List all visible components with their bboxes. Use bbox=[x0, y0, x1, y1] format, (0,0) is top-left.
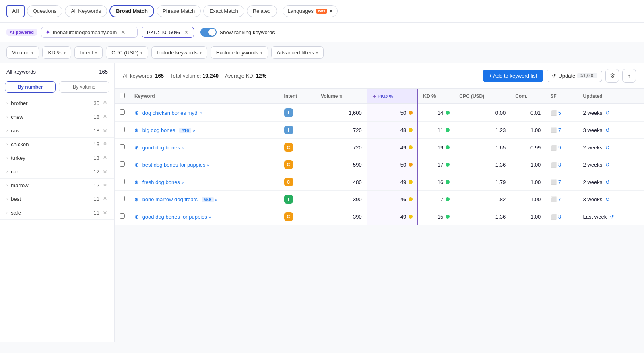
refresh-icon[interactable]: ↺ bbox=[605, 196, 610, 202]
tab-all[interactable]: All bbox=[6, 5, 25, 17]
keyword-link[interactable]: best dog bones for puppies bbox=[142, 162, 206, 168]
tab-all-keywords[interactable]: All Keywords bbox=[65, 5, 107, 17]
refresh-icon[interactable]: ↺ bbox=[605, 179, 610, 185]
sf-link[interactable]: 9 bbox=[558, 145, 561, 151]
sidebar-item[interactable]: › best 11 👁 bbox=[0, 192, 114, 206]
intent-cell: T bbox=[279, 191, 316, 208]
sf-link[interactable]: 7 bbox=[558, 197, 561, 202]
expand-icon: › bbox=[6, 128, 8, 133]
sidebar-item[interactable]: › marrow 12 👁 bbox=[0, 179, 114, 192]
visibility-icon[interactable]: 👁 bbox=[103, 169, 108, 175]
keyword-link[interactable]: fresh dog bones bbox=[142, 179, 180, 185]
exclude-keywords-button[interactable]: Exclude keywords ▾ bbox=[211, 46, 268, 59]
table-row: ⊕ good dog bones for puppies » C 390 49 … bbox=[115, 208, 644, 225]
visibility-icon[interactable]: 👁 bbox=[103, 155, 108, 161]
add-icon[interactable]: ⊕ bbox=[134, 162, 139, 168]
cpc-filter-button[interactable]: CPC (USD) ▾ bbox=[106, 46, 148, 59]
sparkle-icon: ✦ bbox=[45, 29, 50, 35]
tab-exact-match[interactable]: Exact Match bbox=[203, 5, 244, 17]
sort-icon[interactable]: ⇅ bbox=[339, 94, 343, 99]
sidebar-item[interactable]: › turkey 13 👁 bbox=[0, 151, 114, 165]
sidebar-item[interactable]: › chew 18 👁 bbox=[0, 110, 114, 124]
external-link-icon[interactable]: » bbox=[200, 111, 202, 116]
intent-badge: C bbox=[284, 143, 293, 152]
sidebar-item[interactable]: › raw 18 👁 bbox=[0, 124, 114, 138]
row-checkbox[interactable] bbox=[120, 213, 125, 219]
kd-dot bbox=[446, 197, 450, 201]
th-updated: Updated bbox=[578, 89, 644, 104]
visibility-icon[interactable]: 👁 bbox=[103, 196, 108, 202]
visibility-icon[interactable]: 👁 bbox=[103, 141, 108, 147]
kd-dot bbox=[446, 111, 450, 115]
refresh-icon[interactable]: ↺ bbox=[605, 162, 610, 168]
add-icon[interactable]: ⊕ bbox=[134, 196, 139, 202]
kd-filter-button[interactable]: KD % ▾ bbox=[42, 46, 71, 59]
sidebar-item[interactable]: › safe 11 👁 bbox=[0, 206, 114, 220]
languages-button[interactable]: Languages beta ▾ bbox=[283, 5, 338, 17]
refresh-icon[interactable]: ↺ bbox=[605, 127, 610, 133]
advanced-filters-button[interactable]: Advanced filters ▾ bbox=[271, 46, 324, 59]
row-checkbox[interactable] bbox=[120, 144, 125, 149]
add-icon[interactable]: ⊕ bbox=[134, 145, 139, 151]
keyword-link[interactable]: dog chicken bones myth bbox=[142, 110, 199, 116]
sort-by-number-button[interactable]: By number bbox=[5, 81, 56, 93]
external-link-icon[interactable]: » bbox=[207, 163, 209, 167]
export-icon-button[interactable]: ↑ bbox=[622, 69, 636, 83]
add-icon[interactable]: ⊕ bbox=[134, 127, 139, 133]
keyword-link[interactable]: good dog bones bbox=[142, 145, 180, 151]
add-icon[interactable]: ⊕ bbox=[134, 179, 139, 185]
keyword-link[interactable]: bone marrow dog treats bbox=[142, 196, 198, 202]
sf-link[interactable]: 7 bbox=[558, 180, 561, 185]
add-icon[interactable]: ⊕ bbox=[134, 110, 139, 116]
external-link-icon[interactable]: » bbox=[181, 180, 184, 185]
sort-by-volume-button[interactable]: By volume bbox=[59, 81, 109, 93]
sf-link[interactable]: 8 bbox=[558, 162, 561, 168]
update-button[interactable]: ↺ Update 0/1,000 bbox=[547, 70, 602, 82]
add-to-keyword-list-button[interactable]: + Add to keyword list bbox=[483, 70, 544, 82]
page-icon: ⬜ bbox=[550, 214, 557, 220]
external-link-icon[interactable]: » bbox=[193, 128, 195, 133]
select-all-checkbox[interactable] bbox=[120, 93, 125, 98]
tab-broad-match[interactable]: Broad Match bbox=[109, 5, 154, 17]
th-sf: SF bbox=[545, 89, 578, 104]
settings-icon-button[interactable]: ⚙ bbox=[605, 69, 619, 83]
include-keywords-button[interactable]: Include keywords ▾ bbox=[151, 46, 207, 59]
visibility-icon[interactable]: 👁 bbox=[103, 114, 108, 120]
add-icon[interactable]: ⊕ bbox=[134, 214, 139, 220]
sidebar-item[interactable]: › brother 30 👁 bbox=[0, 97, 114, 110]
row-checkbox[interactable] bbox=[120, 127, 125, 132]
visibility-icon[interactable]: 👁 bbox=[103, 210, 108, 216]
sidebar-item[interactable]: › can 12 👁 bbox=[0, 165, 114, 179]
sidebar-item[interactable]: › chicken 13 👁 bbox=[0, 138, 114, 151]
domain-close-button[interactable]: ✕ bbox=[121, 29, 126, 35]
tab-related[interactable]: Related bbox=[247, 5, 277, 17]
refresh-icon[interactable]: ↺ bbox=[610, 214, 614, 220]
sf-link[interactable]: 5 bbox=[558, 110, 561, 116]
sf-link[interactable]: 8 bbox=[558, 214, 561, 220]
sf-link[interactable]: 7 bbox=[558, 128, 561, 133]
tab-phrase-match[interactable]: Phrase Match bbox=[157, 5, 201, 17]
tab-questions[interactable]: Questions bbox=[27, 5, 63, 17]
keyword-link[interactable]: big dog bones bbox=[142, 127, 175, 133]
refresh-icon[interactable]: ↺ bbox=[605, 110, 610, 116]
sf-cell: ⬜ 8 bbox=[545, 208, 578, 225]
visibility-icon[interactable]: 👁 bbox=[103, 182, 108, 188]
show-ranking-toggle[interactable] bbox=[200, 28, 217, 37]
visibility-icon[interactable]: 👁 bbox=[103, 100, 108, 106]
external-link-icon[interactable]: » bbox=[208, 215, 211, 219]
row-checkbox[interactable] bbox=[120, 109, 125, 115]
visibility-icon[interactable]: 👁 bbox=[103, 128, 108, 134]
refresh-icon[interactable]: ↺ bbox=[605, 145, 610, 151]
keyword-link[interactable]: good dog bones for puppies bbox=[142, 214, 207, 220]
updated-cell: Last week ↺ bbox=[578, 208, 644, 225]
domain-input-wrap[interactable]: ✦ thenaturaldogcompany.com ✕ bbox=[41, 27, 138, 38]
row-checkbox[interactable] bbox=[120, 196, 125, 201]
external-link-icon[interactable]: » bbox=[182, 146, 184, 150]
intent-filter-button[interactable]: Intent ▾ bbox=[74, 46, 103, 59]
pkd-filter-close-button[interactable]: ✕ bbox=[184, 29, 189, 35]
row-checkbox[interactable] bbox=[120, 161, 125, 167]
volume-filter-button[interactable]: Volume ▾ bbox=[6, 46, 39, 59]
row-checkbox[interactable] bbox=[120, 179, 125, 184]
external-link-icon[interactable]: » bbox=[215, 198, 218, 202]
pkd-filter-chip[interactable]: PKD: 10–50% ✕ bbox=[142, 27, 194, 38]
